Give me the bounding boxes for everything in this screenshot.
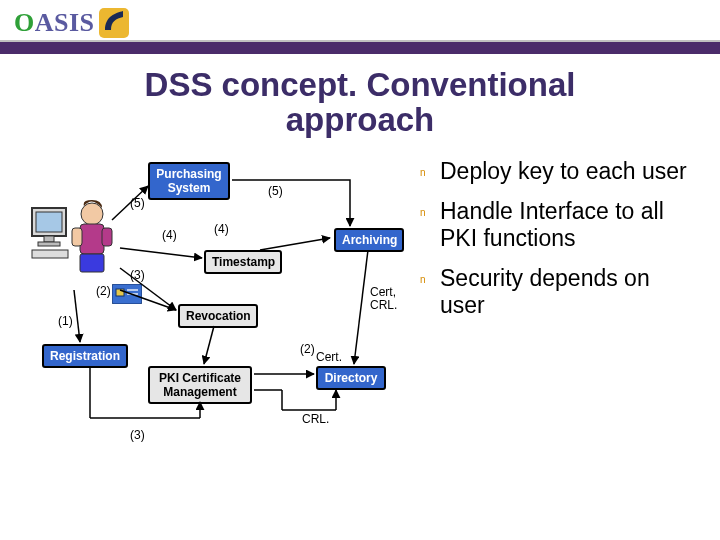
- user-at-computer-icon: [30, 198, 120, 288]
- svg-rect-7: [80, 224, 104, 254]
- svg-rect-10: [80, 254, 104, 272]
- bullet-marker: n: [420, 265, 440, 285]
- logo-rest: ASIS: [35, 8, 95, 37]
- list-item: n Handle Interface to all PKI functions: [420, 198, 700, 251]
- edge-label-crl: CRL.: [302, 412, 329, 426]
- slide-title: DSS concept. Conventional approach: [0, 68, 720, 137]
- oasis-logo: OASIS: [14, 8, 129, 38]
- list-item-label: Handle Interface to all PKI functions: [440, 198, 700, 251]
- logo-text: OASIS: [14, 8, 95, 38]
- node-label: Timestamp: [212, 255, 275, 269]
- node-label: PKI CertificateManagement: [159, 371, 241, 399]
- edge-label-3b: (3): [130, 428, 145, 442]
- user-illustration: [30, 198, 120, 292]
- edge-label-cert-crl: Cert,CRL.: [370, 286, 397, 311]
- slide-header: OASIS: [0, 0, 720, 50]
- node-archiving: Archiving: [334, 228, 404, 252]
- list-item-label: Deploy key to each user: [440, 158, 700, 184]
- node-purchasing-system: PurchasingSystem: [148, 162, 230, 200]
- edge-label-2a: (2): [96, 284, 111, 298]
- svg-rect-12: [116, 289, 124, 296]
- title-line-2: approach: [286, 101, 435, 138]
- bullet-list: n Deploy key to each user n Handle Inter…: [420, 150, 700, 470]
- svg-rect-4: [38, 242, 60, 246]
- svg-point-6: [81, 203, 103, 225]
- title-line-1: DSS concept. Conventional: [145, 66, 576, 103]
- pki-diagram: PurchasingSystem Archiving Timestamp Rev…: [0, 150, 420, 470]
- svg-rect-2: [36, 212, 62, 232]
- svg-rect-3: [44, 236, 54, 242]
- node-pki-cert-mgmt: PKI CertificateManagement: [148, 366, 252, 404]
- edge-label-2b: (2): [300, 342, 315, 356]
- svg-line-28: [204, 326, 214, 364]
- node-label: Registration: [50, 349, 120, 363]
- svg-rect-0: [99, 8, 129, 38]
- edge-label-4a: (4): [162, 228, 177, 242]
- node-label: Revocation: [186, 309, 251, 323]
- svg-line-15: [74, 290, 80, 342]
- logo-badge-icon: [99, 8, 129, 38]
- svg-rect-8: [72, 228, 82, 246]
- list-item-label: Security depends on user: [440, 265, 700, 318]
- edge-label-5b: (5): [268, 184, 283, 198]
- slide-body: PurchasingSystem Archiving Timestamp Rev…: [0, 150, 720, 470]
- node-directory: Directory: [316, 366, 386, 390]
- node-revocation: Revocation: [178, 304, 258, 328]
- edge-label-3a: (3): [130, 268, 145, 282]
- node-label: Directory: [325, 371, 378, 385]
- node-label: Archiving: [342, 233, 397, 247]
- bullet-marker: n: [420, 158, 440, 178]
- logo-letter-o: O: [14, 8, 35, 37]
- svg-line-19: [354, 250, 368, 364]
- edge-label-1: (1): [58, 314, 73, 328]
- svg-line-17: [120, 248, 202, 258]
- bullet-marker: n: [420, 198, 440, 218]
- node-registration: Registration: [42, 344, 128, 368]
- edge-label-5a: (5): [130, 196, 145, 210]
- svg-rect-9: [102, 228, 112, 246]
- smartcard-icon: [112, 284, 142, 308]
- node-label: PurchasingSystem: [156, 167, 221, 195]
- svg-rect-5: [32, 250, 68, 258]
- header-accent-bar: [0, 40, 720, 54]
- list-item: n Deploy key to each user: [420, 158, 700, 184]
- edge-label-4b: (4): [214, 222, 229, 236]
- edge-label-cert: Cert.: [316, 350, 342, 364]
- list-item: n Security depends on user: [420, 265, 700, 318]
- node-timestamp: Timestamp: [204, 250, 282, 274]
